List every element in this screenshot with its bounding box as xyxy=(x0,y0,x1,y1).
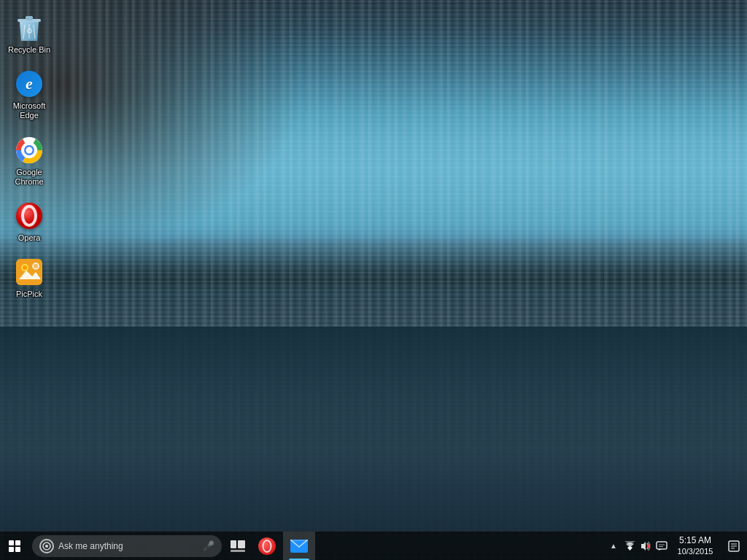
svg-rect-19 xyxy=(290,540,308,541)
cortana-svg xyxy=(42,542,51,551)
recycle-bin-icon[interactable]: ♻ Recycle Bin xyxy=(0,7,58,61)
opera-image xyxy=(15,201,44,230)
win-square-3 xyxy=(9,547,14,552)
desktop-icons-container: ♻ Recycle Bin e Microsoft Edge xyxy=(0,0,58,315)
google-chrome-icon[interactable]: Google Chrome xyxy=(0,130,58,192)
svg-point-8 xyxy=(26,147,33,153)
task-view-icon xyxy=(231,540,245,552)
chrome-image xyxy=(15,136,44,165)
picpick-image xyxy=(15,257,44,287)
task-view-svg xyxy=(231,540,245,552)
svg-rect-15 xyxy=(231,540,236,548)
taskbar-mail-button[interactable] xyxy=(283,532,315,561)
edge-label: Microsoft Edge xyxy=(3,101,55,120)
microsoft-edge-icon[interactable]: e Microsoft Edge xyxy=(0,63,58,126)
win-square-1 xyxy=(9,540,14,545)
clock-date: 10/3/2015 xyxy=(678,546,713,556)
picpick-desktop-icon[interactable]: PicPick xyxy=(0,252,58,305)
network-svg xyxy=(624,541,635,551)
windows-logo xyxy=(9,540,20,552)
desktop-background xyxy=(0,0,747,560)
network-icon[interactable] xyxy=(622,532,638,561)
chrome-label: Google Chrome xyxy=(3,168,55,187)
search-placeholder-text: Ask me anything xyxy=(58,541,203,551)
svg-point-12 xyxy=(33,263,39,269)
svg-rect-17 xyxy=(231,550,245,552)
task-view-button[interactable] xyxy=(225,532,251,561)
picpick-svg xyxy=(16,259,42,285)
microphone-icon: 🎤 xyxy=(203,540,214,551)
system-tray: ▲ xyxy=(605,532,747,561)
svg-text:♻: ♻ xyxy=(26,27,33,35)
system-clock[interactable]: 5:15 AM 10/3/2015 xyxy=(670,532,721,561)
notification-svg xyxy=(728,540,740,552)
svg-point-14 xyxy=(45,545,48,548)
volume-svg xyxy=(640,541,651,551)
recycle-bin-svg: ♻ xyxy=(15,13,43,42)
recycle-bin-image: ♻ xyxy=(15,13,44,42)
svg-rect-9 xyxy=(16,259,42,285)
svg-rect-1 xyxy=(26,16,33,20)
win-square-4 xyxy=(15,547,20,552)
opera-svg xyxy=(16,203,42,229)
taskbar-opera-icon xyxy=(258,537,276,555)
volume-icon[interactable] xyxy=(638,532,654,561)
notification-center-button[interactable] xyxy=(721,532,747,561)
svg-point-11 xyxy=(23,265,27,270)
start-button[interactable] xyxy=(0,532,29,561)
recycle-bin-label: Recycle Bin xyxy=(8,45,50,55)
message-icon[interactable] xyxy=(654,532,670,561)
taskbar: Ask me anything 🎤 xyxy=(0,531,747,560)
desktop: ♻ Recycle Bin e Microsoft Edge xyxy=(0,0,747,560)
cortana-icon xyxy=(39,539,54,553)
picpick-label: PicPick xyxy=(16,289,42,299)
message-svg xyxy=(656,541,667,551)
win-square-2 xyxy=(15,540,20,545)
clock-time: 5:15 AM xyxy=(679,535,711,547)
opera-desktop-icon[interactable]: Opera xyxy=(0,195,58,249)
svg-rect-22 xyxy=(657,542,667,549)
taskbar-opera-button[interactable] xyxy=(251,532,283,561)
edge-image: e xyxy=(15,69,44,98)
svg-rect-16 xyxy=(238,540,245,548)
tray-show-hidden-button[interactable]: ▲ xyxy=(605,532,622,561)
chrome-svg xyxy=(16,137,42,163)
search-bar[interactable]: Ask me anything 🎤 xyxy=(32,535,222,557)
opera-label: Opera xyxy=(18,233,41,243)
mail-icon xyxy=(290,540,308,553)
edge-svg: e xyxy=(16,71,42,97)
pinned-apps xyxy=(251,532,315,561)
